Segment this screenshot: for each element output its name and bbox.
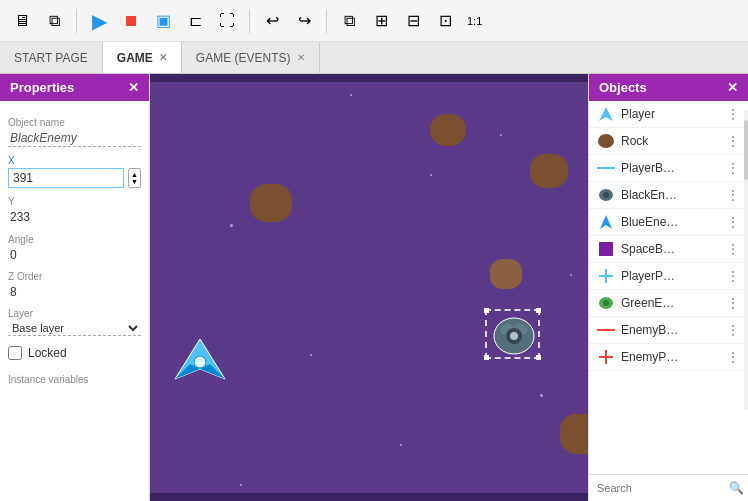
y-label: Y: [8, 196, 141, 207]
object-item-player[interactable]: Player ⋮: [589, 101, 748, 128]
star: [430, 174, 432, 176]
selection-handle-br: [536, 355, 541, 360]
player-ship[interactable]: [170, 334, 230, 384]
objects-search-bar: 🔍: [589, 474, 748, 501]
x-spinner[interactable]: ▲▼: [128, 168, 141, 188]
properties-title: Properties: [10, 80, 74, 95]
rock-menu[interactable]: ⋮: [726, 133, 740, 149]
fullscreen-icon[interactable]: ⛶: [213, 7, 241, 35]
angle-label: Angle: [8, 234, 141, 245]
tab-start-page[interactable]: START PAGE: [0, 42, 103, 73]
rock-3: [530, 154, 568, 188]
enemyb-menu[interactable]: ⋮: [726, 322, 740, 338]
blueen-name: BlueEne…: [621, 215, 720, 229]
blueen-menu[interactable]: ⋮: [726, 214, 740, 230]
grid2-icon[interactable]: ⊟: [399, 7, 427, 35]
instance-variables-label: Instance variables: [8, 374, 141, 385]
grid-icon[interactable]: ⊞: [367, 7, 395, 35]
tab-game-close[interactable]: ✕: [159, 52, 167, 63]
screen-icon[interactable]: 🖥: [8, 7, 36, 35]
svg-marker-13: [599, 107, 613, 121]
object-item-rock[interactable]: Rock ⋮: [589, 128, 748, 155]
layer-select[interactable]: Base layer: [8, 321, 141, 336]
export-icon[interactable]: ⊏: [181, 7, 209, 35]
enemyp-menu[interactable]: ⋮: [726, 349, 740, 365]
svg-point-12: [510, 332, 518, 340]
object-item-spaceb[interactable]: SpaceB… ⋮: [589, 236, 748, 263]
enemyp-icon: [597, 348, 615, 366]
object-item-enemyp[interactable]: EnemyP… ⋮: [589, 344, 748, 371]
layer-label: Layer: [8, 308, 141, 319]
enemyb-icon: [597, 321, 615, 339]
angle-value: 0: [8, 247, 141, 263]
object-item-blueen[interactable]: BlueEne… ⋮: [589, 209, 748, 236]
playerp-name: PlayerP…: [621, 269, 720, 283]
selected-black-enemy[interactable]: [485, 309, 540, 359]
locked-checkbox[interactable]: [8, 346, 22, 360]
spaceb-name: SpaceB…: [621, 242, 720, 256]
rock-2: [250, 184, 292, 222]
properties-content: Object name X ▲▼ Y 233 Angle 0 Z Order 8…: [0, 101, 149, 501]
redo-icon[interactable]: ↪: [290, 7, 318, 35]
enemyb-name: EnemyB…: [621, 323, 720, 337]
spaceb-icon: [597, 240, 615, 258]
object-name-label: Object name: [8, 117, 141, 128]
blacken-menu[interactable]: ⋮: [726, 187, 740, 203]
svg-point-17: [603, 192, 609, 198]
tab-start-page-label: START PAGE: [14, 51, 88, 65]
blacken-name: BlackEn…: [621, 188, 720, 202]
copy-screen-icon[interactable]: ⧉: [335, 7, 363, 35]
object-item-playerp[interactable]: PlayerP… ⋮: [589, 263, 748, 290]
playerb-menu[interactable]: ⋮: [726, 160, 740, 176]
tab-game[interactable]: GAME ✕: [103, 42, 182, 73]
objects-close-button[interactable]: ✕: [727, 80, 738, 95]
locked-row: Locked: [8, 346, 141, 360]
toolbar: 🖥 ⧉ ▶ ⏹ ▣ ⊏ ⛶ ↩ ↪ ⧉ ⊞ ⊟ ⊡ 1:1: [0, 0, 748, 42]
object-name-input[interactable]: [8, 130, 141, 147]
tabs-bar: START PAGE GAME ✕ GAME (EVENTS) ✕: [0, 42, 748, 74]
svg-point-23: [603, 300, 609, 306]
ratio-label[interactable]: 1:1: [463, 7, 486, 35]
spaceb-menu[interactable]: ⋮: [726, 241, 740, 257]
star: [240, 484, 242, 486]
zoom-fit-icon[interactable]: ⊡: [431, 7, 459, 35]
preview-icon[interactable]: ▣: [149, 7, 177, 35]
object-item-greene[interactable]: GreenE… ⋮: [589, 290, 748, 317]
rock-name: Rock: [621, 134, 720, 148]
object-item-blacken[interactable]: BlackEn… ⋮: [589, 182, 748, 209]
objects-search-input[interactable]: [593, 479, 729, 497]
tab-game-label: GAME: [117, 51, 153, 65]
stop-icon[interactable]: ⏹: [117, 7, 145, 35]
properties-close-button[interactable]: ✕: [128, 80, 139, 95]
playerp-icon: [597, 267, 615, 285]
object-item-enemyb[interactable]: EnemyB… ⋮: [589, 317, 748, 344]
tab-game-events[interactable]: GAME (EVENTS) ✕: [182, 42, 320, 73]
x-input[interactable]: [8, 168, 124, 188]
tab-game-events-label: GAME (EVENTS): [196, 51, 291, 65]
tab-game-events-close[interactable]: ✕: [297, 52, 305, 63]
star: [350, 94, 352, 96]
blueen-icon: [597, 213, 615, 231]
player-menu[interactable]: ⋮: [726, 106, 740, 122]
player-name: Player: [621, 107, 720, 121]
selection-handle-tl: [484, 308, 489, 313]
rock-1: [430, 114, 466, 146]
x-label: X: [8, 155, 141, 166]
star: [540, 394, 543, 397]
greene-menu[interactable]: ⋮: [726, 295, 740, 311]
svg-rect-19: [599, 242, 613, 256]
object-item-playerb[interactable]: PlayerB… ⋮: [589, 155, 748, 182]
objects-panel: Objects ✕ Player ⋮ Rock ⋮ PlayerB… ⋮: [588, 74, 748, 501]
play-icon[interactable]: ▶: [85, 7, 113, 35]
playerp-menu[interactable]: ⋮: [726, 268, 740, 284]
main-area: Properties ✕ Object name X ▲▼ Y 233 Angl…: [0, 74, 748, 501]
svg-rect-24: [597, 329, 615, 331]
undo-icon[interactable]: ↩: [258, 7, 286, 35]
game-canvas[interactable]: [150, 74, 588, 501]
greene-icon: [597, 294, 615, 312]
search-icon: 🔍: [729, 481, 744, 495]
window-icon[interactable]: ⧉: [40, 7, 68, 35]
rock-icon: [597, 132, 615, 150]
locked-label: Locked: [28, 346, 67, 360]
star: [570, 274, 572, 276]
